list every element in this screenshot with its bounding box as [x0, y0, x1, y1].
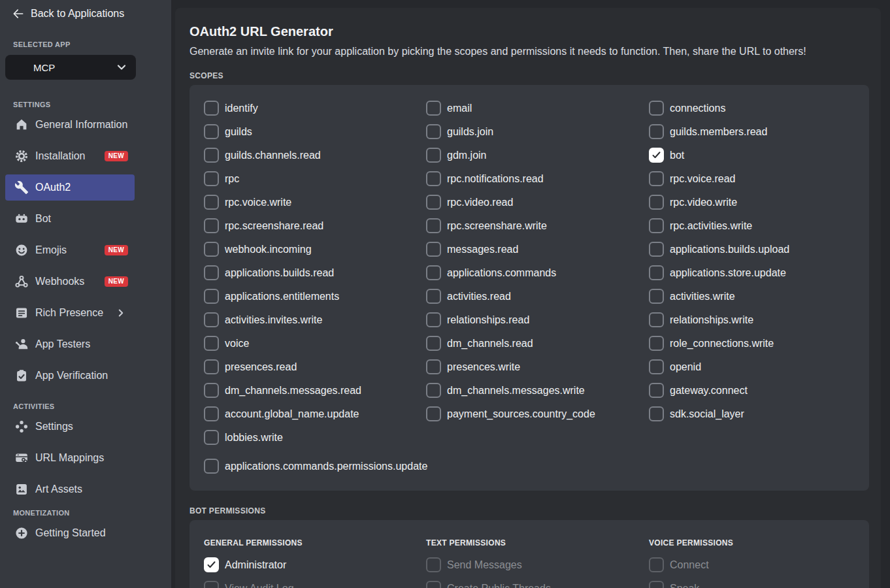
checkbox-unchecked[interactable] [649, 195, 664, 210]
app-select-dropdown[interactable]: MCP [5, 55, 136, 80]
scope-item-account-global-name-update[interactable]: account.global_name.update [204, 406, 426, 430]
checkbox-unchecked[interactable] [204, 265, 219, 280]
scope-item-relationships-write[interactable]: relationships.write [649, 312, 856, 336]
sidebar-item-bot[interactable]: Bot [5, 206, 135, 232]
checkbox-unchecked[interactable] [649, 312, 664, 327]
scope-item-sdk-social-layer[interactable]: sdk.social_layer [649, 406, 856, 430]
scope-item-activities-write[interactable]: activities.write [649, 289, 856, 312]
scope-item-guilds-channels-read[interactable]: guilds.channels.read [204, 148, 426, 171]
scope-item-lobbies-write[interactable]: lobbies.write [204, 430, 426, 453]
scope-item-activities-read[interactable]: activities.read [426, 289, 649, 312]
scope-item-role-connections-write[interactable]: role_connections.write [649, 336, 856, 359]
scope-item-rpc-screenshare-read[interactable]: rpc.screenshare.read [204, 218, 426, 242]
checkbox-unchecked[interactable] [426, 195, 441, 210]
checkbox-unchecked[interactable] [204, 581, 219, 588]
scope-item-connections[interactable]: connections [649, 101, 856, 124]
sidebar-item-rich-presence[interactable]: Rich Presence [5, 300, 135, 326]
checkbox-unchecked[interactable] [649, 581, 664, 588]
sidebar-item-settings[interactable]: Settings [5, 414, 135, 440]
scope-item-gateway-connect[interactable]: gateway.connect [649, 383, 856, 406]
scope-item-guilds-join[interactable]: guilds.join [426, 124, 649, 148]
permission-item-send-messages[interactable]: Send Messages [426, 557, 649, 581]
scope-item-openid[interactable]: openid [649, 359, 856, 383]
scope-item-applications-builds-upload[interactable]: applications.builds.upload [649, 242, 856, 265]
checkbox-unchecked[interactable] [426, 383, 441, 398]
checkbox-unchecked[interactable] [426, 148, 441, 163]
scope-item-presences-read[interactable]: presences.read [204, 359, 426, 383]
scope-item-applications-commands-permissions-update[interactable]: applications.commands.permissions.update [204, 459, 856, 482]
checkbox-unchecked[interactable] [426, 265, 441, 280]
checkbox-unchecked[interactable] [649, 359, 664, 374]
permission-item-connect[interactable]: Connect [649, 557, 856, 581]
checkbox-unchecked[interactable] [204, 124, 219, 139]
checkbox-unchecked[interactable] [426, 101, 441, 116]
scope-item-guilds[interactable]: guilds [204, 124, 426, 148]
permission-item-create-public-threads[interactable]: Create Public Threads [426, 581, 649, 588]
scope-item-dm-channels-read[interactable]: dm_channels.read [426, 336, 649, 359]
permission-item-view-audit-log[interactable]: View Audit Log [204, 581, 426, 588]
scope-item-gdm-join[interactable]: gdm.join [426, 148, 649, 171]
checkbox-checked[interactable] [649, 148, 664, 163]
checkbox-unchecked[interactable] [204, 312, 219, 327]
sidebar-item-installation[interactable]: InstallationNEW [5, 143, 135, 169]
checkbox-unchecked[interactable] [426, 312, 441, 327]
checkbox-unchecked[interactable] [426, 242, 441, 257]
checkbox-unchecked[interactable] [649, 336, 664, 351]
checkbox-unchecked[interactable] [204, 289, 219, 304]
checkbox-unchecked[interactable] [649, 383, 664, 398]
scope-item-bot[interactable]: bot [649, 148, 856, 171]
checkbox-unchecked[interactable] [649, 124, 664, 139]
scope-item-webhook-incoming[interactable]: webhook.incoming [204, 242, 426, 265]
checkbox-unchecked[interactable] [426, 581, 441, 588]
scope-item-rpc-voice-read[interactable]: rpc.voice.read [649, 171, 856, 195]
checkbox-unchecked[interactable] [426, 218, 441, 233]
scope-item-rpc-notifications-read[interactable]: rpc.notifications.read [426, 171, 649, 195]
checkbox-unchecked[interactable] [204, 359, 219, 374]
sidebar-item-getting-started[interactable]: Getting Started [5, 520, 135, 546]
scope-item-presences-write[interactable]: presences.write [426, 359, 649, 383]
checkbox-checked[interactable] [204, 557, 219, 572]
scope-item-messages-read[interactable]: messages.read [426, 242, 649, 265]
checkbox-unchecked[interactable] [649, 101, 664, 116]
permission-item-speak[interactable]: Speak [649, 581, 856, 588]
scope-item-voice[interactable]: voice [204, 336, 426, 359]
scope-item-rpc[interactable]: rpc [204, 171, 426, 195]
scope-item-guilds-members-read[interactable]: guilds.members.read [649, 124, 856, 148]
checkbox-unchecked[interactable] [204, 195, 219, 210]
checkbox-unchecked[interactable] [204, 148, 219, 163]
scope-item-applications-commands[interactable]: applications.commands [426, 265, 649, 289]
scope-item-rpc-voice-write[interactable]: rpc.voice.write [204, 195, 426, 218]
checkbox-unchecked[interactable] [649, 289, 664, 304]
scope-item-email[interactable]: email [426, 101, 649, 124]
checkbox-unchecked[interactable] [649, 171, 664, 186]
scope-item-applications-store-update[interactable]: applications.store.update [649, 265, 856, 289]
scope-item-applications-entitlements[interactable]: applications.entitlements [204, 289, 426, 312]
checkbox-unchecked[interactable] [204, 383, 219, 398]
checkbox-unchecked[interactable] [204, 242, 219, 257]
checkbox-unchecked[interactable] [649, 265, 664, 280]
sidebar-item-app-verification[interactable]: App Verification [5, 363, 135, 389]
checkbox-unchecked[interactable] [204, 218, 219, 233]
checkbox-unchecked[interactable] [426, 171, 441, 186]
checkbox-unchecked[interactable] [649, 406, 664, 421]
checkbox-unchecked[interactable] [204, 101, 219, 116]
sidebar-item-url-mappings[interactable]: URL Mappings [5, 445, 135, 471]
checkbox-unchecked[interactable] [426, 406, 441, 421]
checkbox-unchecked[interactable] [204, 336, 219, 351]
checkbox-unchecked[interactable] [426, 289, 441, 304]
scope-item-rpc-activities-write[interactable]: rpc.activities.write [649, 218, 856, 242]
checkbox-unchecked[interactable] [649, 242, 664, 257]
checkbox-unchecked[interactable] [426, 557, 441, 572]
sidebar-item-app-testers[interactable]: App Testers [5, 331, 135, 357]
scope-item-rpc-video-write[interactable]: rpc.video.write [649, 195, 856, 218]
checkbox-unchecked[interactable] [426, 336, 441, 351]
sidebar-item-general-information[interactable]: General Information [5, 112, 135, 138]
scope-item-rpc-video-read[interactable]: rpc.video.read [426, 195, 649, 218]
scope-item-applications-builds-read[interactable]: applications.builds.read [204, 265, 426, 289]
checkbox-unchecked[interactable] [204, 459, 219, 474]
checkbox-unchecked[interactable] [649, 218, 664, 233]
back-to-applications-link[interactable]: Back to Applications [12, 7, 171, 20]
permission-item-administrator[interactable]: Administrator [204, 557, 426, 581]
checkbox-unchecked[interactable] [426, 124, 441, 139]
scope-item-relationships-read[interactable]: relationships.read [426, 312, 649, 336]
